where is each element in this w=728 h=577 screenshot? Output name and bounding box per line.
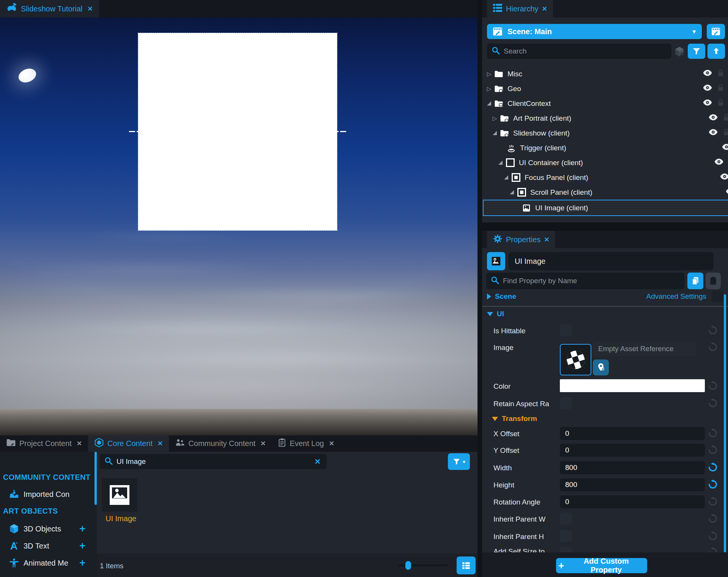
asset-tile-ui-image[interactable] xyxy=(102,478,137,512)
tab-properties[interactable]: Properties ✕ xyxy=(487,231,555,248)
collapse-caret-icon[interactable] xyxy=(493,131,497,135)
add-self-size-checkbox[interactable] xyxy=(560,547,572,552)
add-custom-property-button[interactable]: + Add Custom Property xyxy=(556,558,647,573)
tab-project-content[interactable]: Project Content ✕ xyxy=(0,435,88,452)
ui-section-header[interactable]: UI xyxy=(487,307,504,320)
color-swatch[interactable] xyxy=(560,379,705,392)
is-hittable-checkbox[interactable] xyxy=(560,324,572,336)
expand-caret-icon[interactable]: ▷ xyxy=(486,71,492,77)
close-icon[interactable]: ✕ xyxy=(77,440,82,448)
hierarchy-search-input[interactable] xyxy=(504,47,667,55)
find-property-input[interactable] xyxy=(503,277,680,285)
tab-event-log[interactable]: Event Log ✕ xyxy=(272,435,340,452)
hierarchy-item-ui-image[interactable]: UI Image (client) xyxy=(483,200,728,216)
reset-icon-active[interactable] xyxy=(708,479,718,490)
reset-icon[interactable] xyxy=(708,531,718,541)
expand-caret-icon[interactable]: ▷ xyxy=(486,85,492,92)
selected-ui-panel[interactable] xyxy=(138,33,337,230)
image-thumbnail[interactable] xyxy=(560,344,591,375)
sidebar-item-animated-meshes[interactable]: Animated Me + xyxy=(0,555,97,571)
locate-asset-button[interactable] xyxy=(593,359,609,375)
x-offset-input[interactable] xyxy=(560,427,705,440)
add-icon[interactable]: + xyxy=(79,523,85,535)
lock-icon[interactable] xyxy=(718,69,723,79)
tab-hierarchy[interactable]: Hierarchy ✕ xyxy=(487,0,553,17)
reset-icon-active[interactable] xyxy=(708,462,718,473)
add-icon[interactable]: + xyxy=(79,557,85,569)
paste-properties-button[interactable] xyxy=(706,273,721,289)
rotation-angle-input[interactable] xyxy=(560,495,705,508)
retain-aspect-checkbox[interactable] xyxy=(560,397,572,409)
reset-icon[interactable] xyxy=(708,325,718,336)
close-icon[interactable]: ✕ xyxy=(329,440,334,448)
close-icon[interactable]: ✕ xyxy=(260,440,266,448)
clear-search-icon[interactable]: ✕ xyxy=(313,457,322,466)
lock-icon[interactable] xyxy=(723,114,728,123)
advanced-settings-label[interactable]: Advanced Settings xyxy=(646,292,706,301)
height-input[interactable] xyxy=(560,478,705,491)
resize-handle-right-inner[interactable] xyxy=(332,131,339,132)
add-icon[interactable]: + xyxy=(79,540,85,552)
filter-button[interactable] xyxy=(688,44,705,59)
hierarchy-item-art-portrait[interactable]: ▷ Art Portrait (client) xyxy=(484,111,728,126)
find-property-search[interactable] xyxy=(486,273,684,289)
hierarchy-item-focus-panel[interactable]: Focus Panel (client) xyxy=(484,170,728,185)
visibility-eye-icon[interactable] xyxy=(720,173,728,182)
resize-handle-right[interactable] xyxy=(340,131,346,132)
entity-name-input[interactable] xyxy=(509,252,714,270)
hierarchy-item-scroll-panel[interactable]: Scroll Panel (client) xyxy=(484,185,728,200)
slider-thumb[interactable] xyxy=(405,561,411,570)
sidebar-item-imported-content[interactable]: Imported Con xyxy=(0,487,97,502)
copy-properties-button[interactable] xyxy=(687,273,703,289)
lock-icon[interactable] xyxy=(718,84,723,93)
visibility-eye-icon[interactable] xyxy=(703,69,712,78)
resize-handle-left[interactable] xyxy=(129,131,135,132)
inherit-parent-w-checkbox[interactable] xyxy=(560,512,572,525)
add-icon[interactable]: + xyxy=(79,574,85,577)
collapse-caret-icon[interactable] xyxy=(510,190,514,194)
resize-handle-left-inner[interactable] xyxy=(137,131,143,132)
asset-filter-button[interactable]: ▾ xyxy=(448,453,470,470)
hierarchy-item-trigger[interactable]: Trigger (client) xyxy=(484,140,728,155)
new-scene-button[interactable] xyxy=(707,24,725,39)
section-caret-icon[interactable] xyxy=(487,293,491,300)
y-offset-input[interactable] xyxy=(560,444,705,457)
hierarchy-item-clientcontext[interactable]: ClientContext xyxy=(484,96,727,111)
hierarchy-item-misc[interactable]: ▷ Misc xyxy=(484,66,727,81)
tab-slideshow-tutorial[interactable]: Slideshow Tutorial ✕ xyxy=(0,0,99,17)
reset-icon[interactable] xyxy=(708,398,718,408)
asset-reference-field[interactable] xyxy=(593,342,696,356)
reset-icon[interactable] xyxy=(708,547,718,552)
hierarchy-item-slideshow[interactable]: Slideshow (client) xyxy=(484,126,728,140)
visibility-eye-icon[interactable] xyxy=(708,114,718,123)
sidebar-scrollbar[interactable] xyxy=(95,452,97,505)
sidebar-item-3d-text[interactable]: 3D Text + xyxy=(0,538,97,553)
inherit-parent-h-checkbox[interactable] xyxy=(560,530,572,542)
close-icon[interactable]: ✕ xyxy=(87,5,93,13)
grid-view-button[interactable] xyxy=(457,557,476,574)
visibility-eye-icon[interactable] xyxy=(714,158,724,167)
reset-icon[interactable] xyxy=(708,496,718,507)
tab-community-content[interactable]: Community Content ✕ xyxy=(169,435,272,452)
reset-icon[interactable] xyxy=(708,342,718,352)
width-input[interactable] xyxy=(560,461,705,474)
visibility-eye-icon[interactable] xyxy=(725,188,728,197)
scene-viewport[interactable] xyxy=(0,17,477,435)
reset-icon[interactable] xyxy=(708,428,718,438)
properties-scrollbar[interactable] xyxy=(724,294,726,552)
hierarchy-item-geo[interactable]: ▷ Geo xyxy=(484,81,727,96)
visibility-eye-icon[interactable] xyxy=(703,84,712,93)
close-icon[interactable]: ✕ xyxy=(544,236,549,244)
collapse-all-button[interactable] xyxy=(708,44,725,59)
visibility-eye-icon[interactable] xyxy=(722,143,728,152)
tab-core-content[interactable]: Core Content ✕ xyxy=(88,435,169,452)
collapse-caret-icon[interactable] xyxy=(498,161,503,165)
expand-caret-icon[interactable]: ▷ xyxy=(492,115,498,122)
lock-icon[interactable] xyxy=(718,99,723,108)
reset-icon[interactable] xyxy=(708,445,718,455)
visibility-eye-icon[interactable] xyxy=(708,129,718,137)
transform-section-header[interactable]: Transform xyxy=(492,412,537,425)
visibility-eye-icon[interactable] xyxy=(703,99,712,108)
reset-icon[interactable] xyxy=(708,513,718,524)
view-cube-icon[interactable] xyxy=(673,46,686,59)
